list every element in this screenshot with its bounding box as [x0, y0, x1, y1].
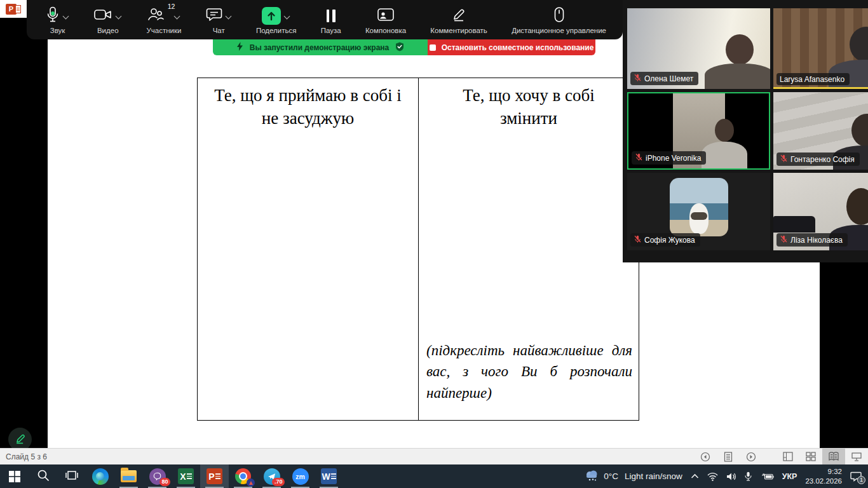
share-status-banner: Вы запустили демонстрацию экрана	[213, 39, 428, 55]
audio-label: Звук	[50, 27, 65, 34]
participants-button[interactable]: 12 Участники	[147, 7, 182, 34]
laptop-shape	[773, 216, 815, 233]
zoom-app-button[interactable]: zm	[286, 464, 315, 488]
taskbar-search-button[interactable]	[29, 464, 57, 488]
battery-charging-icon[interactable]	[760, 473, 774, 480]
participants-count: 12	[168, 3, 175, 10]
system-tray: 0°C Light rain/snow УКР 9:32 2	[584, 464, 868, 488]
edge-app-button[interactable]	[86, 464, 114, 488]
word-app-button[interactable]: W	[315, 464, 343, 488]
weather-icon	[584, 469, 599, 484]
powerpoint-app-button[interactable]: P	[200, 464, 229, 488]
share-screen-button[interactable]: Поделиться	[256, 7, 297, 34]
share-dropdown-chevron-icon[interactable]	[285, 13, 290, 18]
slide-counter: Слайд 5 з 6	[0, 452, 47, 461]
weather-desc: Light rain/snow	[625, 471, 682, 481]
task-view-button[interactable]	[57, 464, 86, 488]
action-center-button[interactable]: 1	[850, 471, 862, 482]
muted-mic-icon	[635, 153, 643, 163]
language-indicator[interactable]: УКР	[782, 472, 797, 481]
video-label: Видео	[97, 27, 119, 34]
table-cell-left: Те, що я приймаю в собі і не засуджую	[198, 78, 419, 420]
annotate-button[interactable]: Комментировать	[430, 7, 487, 34]
weather-widget[interactable]: 0°C Light rain/snow	[584, 469, 682, 484]
participant-tile-iphone-veronika[interactable]: iPhone Veronika	[627, 92, 770, 170]
share-status-text: Вы запустили демонстрацию экрана	[250, 43, 390, 52]
cat-avatar	[670, 178, 728, 236]
annotate-label: Комментировать	[430, 27, 487, 34]
start-button[interactable]	[0, 464, 29, 488]
remote-control-label: Дистанционное управление	[512, 27, 606, 34]
powerpoint-taskbar-icon: P	[207, 468, 222, 484]
participant-tile-olena-shemet[interactable]: Олена Шемет	[627, 8, 770, 89]
participant-name-label: Larysa Afanasenko	[776, 73, 850, 85]
remote-control-button[interactable]: Дистанционное управление	[512, 7, 606, 34]
excel-app-button[interactable]: X	[172, 464, 200, 488]
participants-video-panel: Олена Шемет Larysa Afanasenko iPhone Ver…	[623, 0, 868, 262]
reading-view-button[interactable]	[822, 449, 845, 464]
participant-name-label: Ліза Ніколаєва	[776, 233, 848, 247]
powerpoint-window-corner: P	[0, 0, 27, 18]
normal-view-button[interactable]	[776, 449, 799, 464]
security-shield-icon[interactable]	[395, 42, 404, 53]
slide-table: Те, що я приймаю в собі і не засуджую Те…	[197, 78, 639, 421]
notes-button[interactable]	[717, 449, 740, 464]
powerpoint-statusbar: Слайд 5 з 6	[0, 448, 868, 464]
tray-microphone-icon[interactable]	[745, 471, 752, 481]
share-screen-label: Поделиться	[256, 27, 297, 34]
task-view-icon	[65, 470, 78, 484]
search-icon	[37, 469, 50, 484]
excel-icon: X	[178, 468, 194, 484]
participant-name-label: iPhone Veronika	[632, 151, 706, 165]
chat-icon	[206, 7, 222, 25]
chat-button[interactable]: Чат	[206, 7, 232, 34]
participant-name-label: Софія Жукова	[630, 233, 700, 247]
word-icon: W	[321, 468, 337, 484]
audio-button[interactable]: Звук	[46, 7, 69, 34]
pause-icon	[327, 10, 336, 22]
pause-share-button[interactable]: Пауза	[321, 7, 341, 34]
audio-dropdown-chevron-icon[interactable]	[64, 13, 69, 18]
file-explorer-app-button[interactable]	[114, 464, 143, 488]
layout-label: Компоновка	[365, 27, 406, 34]
slide-sorter-view-button[interactable]	[799, 449, 822, 464]
table-note-text: (підкресліть найважливіше для вас, з чог…	[426, 340, 632, 403]
participant-name-label: Гонтаренко Софія	[776, 152, 860, 166]
tray-expand-chevron-icon[interactable]	[691, 473, 699, 479]
screen-share-banner: Вы запустили демонстрацию экрана Останов…	[213, 39, 595, 55]
layout-button[interactable]: Компоновка	[365, 7, 406, 34]
participant-tile-hontarenko-sofiia[interactable]: Гонтаренко Софія	[773, 92, 868, 170]
participants-dropdown-chevron-icon[interactable]	[175, 13, 180, 18]
screen: P Звук	[0, 0, 868, 488]
chrome-app-button[interactable]	[229, 464, 257, 488]
clock-time: 9:32	[805, 467, 842, 476]
wifi-icon[interactable]	[707, 472, 718, 481]
video-button[interactable]: Видео	[93, 7, 122, 34]
muted-mic-icon	[780, 154, 788, 165]
viber-app-button[interactable]: 80	[143, 464, 172, 488]
remote-mouse-icon	[553, 6, 565, 25]
stop-share-button[interactable]: Остановить совместное использование	[428, 39, 595, 55]
telegram-badge: .70	[272, 478, 285, 486]
participants-icon: 12	[147, 7, 165, 25]
powerpoint-logo-icon: P	[6, 4, 21, 15]
microphone-icon	[46, 6, 60, 25]
video-camera-icon	[93, 8, 112, 24]
participant-tile-larysa-afanasenko[interactable]: Larysa Afanasenko	[773, 8, 868, 89]
viber-badge: 80	[159, 478, 170, 486]
pause-label: Пауза	[321, 27, 341, 34]
telegram-app-button[interactable]: .70	[257, 464, 286, 488]
participant-tile-liza-nikolaieva[interactable]: Ліза Ніколаєва	[773, 173, 868, 250]
chat-dropdown-chevron-icon[interactable]	[226, 13, 232, 18]
slideshow-view-button[interactable]	[845, 449, 868, 464]
previous-slide-button[interactable]	[694, 449, 717, 464]
taskbar-clock[interactable]: 9:32 23.02.2026	[805, 467, 842, 485]
muted-mic-icon	[634, 235, 642, 245]
layout-icon	[377, 8, 395, 24]
video-dropdown-chevron-icon[interactable]	[116, 13, 122, 18]
chrome-profile-badge	[247, 478, 255, 487]
clock-date: 23.02.2026	[805, 477, 842, 485]
participant-tile-sofiia-zhukova[interactable]: Софія Жукова	[627, 173, 770, 250]
next-slide-button[interactable]	[740, 449, 763, 464]
speaker-icon[interactable]	[726, 472, 736, 481]
